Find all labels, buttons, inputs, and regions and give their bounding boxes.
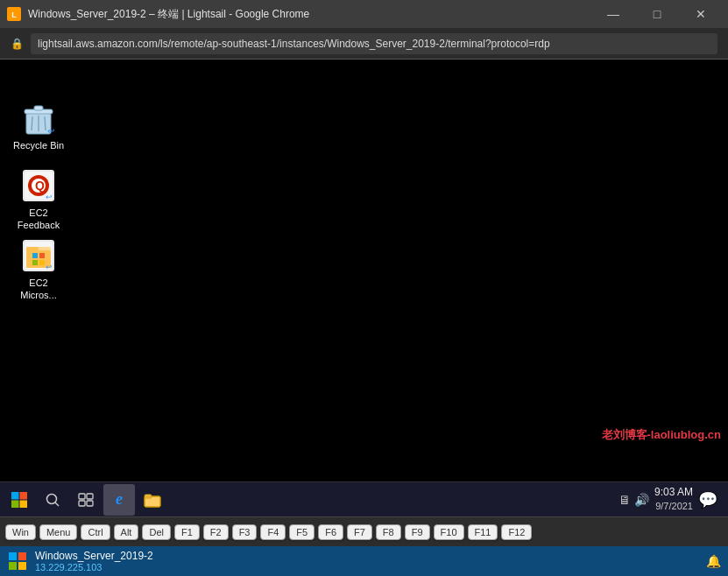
svg-rect-33: [79, 501, 85, 506]
watermark: 老刘博客-laoliublog.cn: [602, 427, 722, 443]
key-ctrl[interactable]: Ctrl: [81, 524, 110, 540]
svg-rect-32: [87, 494, 93, 499]
search-button[interactable]: [37, 484, 68, 516]
svg-line-30: [55, 502, 59, 506]
key-f6[interactable]: F6: [318, 524, 343, 540]
ec2-feedback-icon[interactable]: Q ↩ EC2 Feedback: [7, 165, 70, 235]
key-del[interactable]: Del: [142, 524, 171, 540]
title-bar: L Windows_Server_2019-2 – 终端 | Lightsail…: [0, 0, 728, 28]
notification-icon: 🔔: [706, 554, 721, 568]
svg-rect-21: [39, 253, 45, 258]
svg-rect-28: [20, 500, 28, 508]
key-alt[interactable]: Alt: [114, 524, 139, 540]
key-f4[interactable]: F4: [260, 524, 286, 540]
ie-button[interactable]: e: [103, 484, 135, 516]
maximize-button[interactable]: □: [637, 0, 677, 28]
svg-rect-25: [11, 492, 19, 500]
windows-desktop: ↩ Recycle Bin Q ↩: [0, 60, 728, 481]
key-f3[interactable]: F3: [232, 524, 258, 540]
shortcut-bar: WinMenuCtrlAltDelF1F2F3F4F5F6F7F8F9F10F1…: [0, 516, 728, 546]
svg-text:↩: ↩: [47, 126, 54, 136]
time-display: 9:03 AM: [654, 485, 693, 500]
key-menu[interactable]: Menu: [39, 524, 78, 540]
svg-rect-26: [20, 492, 28, 500]
window-controls: — □ ✕: [593, 0, 721, 28]
key-f2[interactable]: F2: [203, 524, 229, 540]
file-explorer-button[interactable]: [137, 484, 168, 516]
svg-rect-7: [34, 106, 43, 110]
system-tray: 🖥 🔊 9:03 AM 9/7/2021 💬: [611, 485, 724, 513]
address-bar: 🔒: [0, 28, 728, 60]
svg-text:↩: ↩: [46, 263, 53, 271]
key-win[interactable]: Win: [5, 524, 36, 540]
key-f10[interactable]: F10: [434, 524, 464, 540]
key-f1[interactable]: F1: [174, 524, 200, 540]
task-view-button[interactable]: [70, 484, 102, 516]
recycle-bin-label: Recycle Bin: [13, 139, 64, 151]
svg-line-3: [32, 116, 32, 130]
rdp-area: ↩ Recycle Bin Q ↩: [0, 60, 728, 516]
app-ip: 13.229.225.103: [35, 562, 153, 572]
app-info: Windows_Server_2019-2 13.229.225.103: [35, 550, 153, 572]
svg-rect-31: [79, 494, 85, 499]
recycle-bin-image: ↩: [21, 101, 56, 136]
key-f5[interactable]: F5: [289, 524, 315, 540]
ie-icon: e: [116, 490, 123, 509]
notification-button[interactable]: 💬: [698, 490, 717, 509]
recycle-bin-icon[interactable]: ↩ Recycle Bin: [7, 97, 70, 155]
svg-rect-27: [11, 500, 19, 508]
svg-point-29: [47, 494, 57, 503]
svg-text:↩: ↩: [46, 193, 53, 201]
svg-rect-40: [9, 562, 17, 570]
key-f11[interactable]: F11: [468, 524, 498, 540]
key-f8[interactable]: F8: [376, 524, 401, 540]
start-button[interactable]: [4, 484, 35, 516]
ec2-feedback-label: EC2 Feedback: [11, 207, 67, 232]
windows-taskbar: e 🖥 🔊 9:03 AM 9/7/2021: [0, 481, 728, 516]
ec2-feedback-image: Q ↩: [21, 168, 56, 203]
lightsail-favicon: L: [7, 7, 21, 21]
tray-icons: 🖥 🔊: [618, 493, 649, 507]
app-win-logo: [7, 551, 28, 572]
svg-text:Q: Q: [35, 179, 45, 193]
date-display: 9/7/2021: [654, 500, 693, 513]
key-f9[interactable]: F9: [405, 524, 430, 540]
svg-rect-34: [87, 501, 93, 506]
svg-rect-39: [18, 552, 26, 560]
key-f7[interactable]: F7: [347, 524, 372, 540]
svg-rect-38: [9, 552, 17, 560]
svg-line-5: [45, 116, 46, 130]
system-clock: 9:03 AM 9/7/2021: [654, 485, 693, 513]
svg-text:L: L: [11, 11, 17, 19]
svg-rect-20: [32, 253, 38, 258]
network-tray-icon[interactable]: 🖥: [618, 493, 631, 507]
key-f12[interactable]: F12: [501, 524, 532, 540]
minimize-button[interactable]: —: [593, 0, 633, 28]
ec2-micros-label: EC2 Micros...: [11, 277, 67, 302]
svg-rect-22: [32, 260, 38, 265]
chrome-window: L Windows_Server_2019-2 – 终端 | Lightsail…: [0, 0, 728, 576]
close-button[interactable]: ✕: [681, 0, 721, 28]
url-input[interactable]: [31, 33, 717, 54]
ec2-micros-image: ↩: [21, 238, 56, 273]
volume-tray-icon[interactable]: 🔊: [634, 493, 649, 507]
ec2-micros-icon[interactable]: ↩ EC2 Micros...: [7, 235, 70, 306]
svg-rect-41: [18, 562, 26, 570]
lock-icon: 🔒: [11, 38, 24, 50]
app-name: Windows_Server_2019-2: [35, 550, 153, 562]
window-title: Windows_Server_2019-2 – 终端 | Lightsail -…: [28, 7, 586, 22]
svg-rect-23: [39, 260, 45, 265]
app-bar: Windows_Server_2019-2 13.229.225.103 🔔: [0, 546, 728, 576]
